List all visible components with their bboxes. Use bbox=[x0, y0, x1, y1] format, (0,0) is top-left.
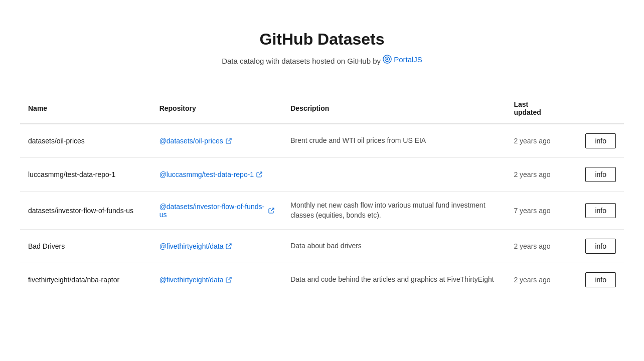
subtitle-text: Data catalog with datasets hosted on Git… bbox=[222, 57, 381, 65]
repo-link[interactable]: @datasets/oil-prices bbox=[159, 137, 232, 145]
repo-link[interactable]: @luccasmmg/test-data-repo-1 bbox=[159, 170, 263, 178]
table-row: datasets/investor-flow-of-funds-us@datas… bbox=[20, 192, 624, 230]
svg-line-6 bbox=[229, 244, 232, 247]
repo-link[interactable]: @fivethirtyeight/data bbox=[159, 276, 232, 284]
svg-point-2 bbox=[386, 58, 388, 60]
cell-description: Monthly net new cash flow into various m… bbox=[282, 192, 506, 230]
table-body: datasets/oil-prices@datasets/oil-pricesB… bbox=[20, 124, 624, 296]
cell-name: datasets/investor-flow-of-funds-us bbox=[20, 192, 151, 230]
cell-last-updated: 2 years ago bbox=[506, 124, 577, 158]
info-button[interactable]: info bbox=[585, 272, 616, 287]
time-text: 2 years ago bbox=[514, 276, 550, 284]
page-header: GitHub Datasets Data catalog with datase… bbox=[20, 30, 624, 65]
cell-last-updated: 2 years ago bbox=[506, 230, 577, 263]
col-header-action bbox=[577, 95, 624, 124]
cell-repository: @datasets/oil-prices bbox=[151, 124, 283, 158]
cell-repository: @fivethirtyeight/data bbox=[151, 263, 283, 297]
col-header-description: Description bbox=[282, 95, 506, 124]
col-header-repository: Repository bbox=[151, 95, 283, 124]
table-row: fivethirtyeight/data/nba-raptor@fivethir… bbox=[20, 263, 624, 297]
cell-action: info bbox=[577, 230, 624, 263]
table-row: datasets/oil-prices@datasets/oil-pricesB… bbox=[20, 124, 624, 158]
external-link-icon bbox=[226, 138, 232, 144]
svg-line-4 bbox=[259, 172, 262, 175]
svg-line-5 bbox=[271, 208, 274, 211]
table-row: Bad Drivers@fivethirtyeight/dataData abo… bbox=[20, 230, 624, 263]
external-link-icon bbox=[226, 243, 232, 249]
datasets-table-container: Name Repository Description Lastupdated … bbox=[20, 95, 624, 296]
portaljs-icon bbox=[383, 55, 392, 64]
cell-description: Brent crude and WTI oil prices from US E… bbox=[282, 124, 506, 158]
time-text: 2 years ago bbox=[514, 242, 550, 250]
cell-description bbox=[282, 158, 506, 192]
description-text: Monthly net new cash flow into various m… bbox=[290, 201, 485, 219]
page-wrapper: GitHub Datasets Data catalog with datase… bbox=[0, 0, 644, 316]
cell-description: Data and code behind the articles and gr… bbox=[282, 263, 506, 297]
info-button[interactable]: info bbox=[585, 133, 616, 148]
external-link-icon bbox=[226, 277, 232, 283]
col-header-name: Name bbox=[20, 95, 151, 124]
col-header-last-updated: Lastupdated bbox=[506, 95, 577, 124]
external-link-icon bbox=[256, 171, 262, 177]
cell-action: info bbox=[577, 263, 624, 297]
description-text: Data and code behind the articles and gr… bbox=[290, 275, 494, 283]
portaljs-link[interactable]: PortalJS bbox=[383, 55, 422, 64]
cell-name: Bad Drivers bbox=[20, 230, 151, 263]
time-text: 2 years ago bbox=[514, 170, 550, 178]
cell-description: Data about bad drivers bbox=[282, 230, 506, 263]
svg-line-3 bbox=[228, 138, 231, 141]
cell-repository: @datasets/investor-flow-of-funds-us bbox=[151, 192, 283, 230]
time-text: 7 years ago bbox=[514, 207, 550, 215]
table-row: luccasmmg/test-data-repo-1@luccasmmg/tes… bbox=[20, 158, 624, 192]
info-button[interactable]: info bbox=[585, 239, 616, 254]
cell-name: fivethirtyeight/data/nba-raptor bbox=[20, 263, 151, 297]
cell-last-updated: 2 years ago bbox=[506, 158, 577, 192]
cell-name: luccasmmg/test-data-repo-1 bbox=[20, 158, 151, 192]
cell-repository: @fivethirtyeight/data bbox=[151, 230, 283, 263]
time-text: 2 years ago bbox=[514, 137, 550, 145]
cell-last-updated: 7 years ago bbox=[506, 192, 577, 230]
cell-name: datasets/oil-prices bbox=[20, 124, 151, 158]
datasets-table: Name Repository Description Lastupdated … bbox=[20, 95, 624, 296]
info-button[interactable]: info bbox=[585, 167, 616, 182]
subtitle: Data catalog with datasets hosted on Git… bbox=[20, 55, 624, 65]
repo-link[interactable]: @fivethirtyeight/data bbox=[159, 242, 232, 250]
info-button[interactable]: info bbox=[585, 203, 616, 218]
description-text: Data about bad drivers bbox=[290, 242, 362, 250]
description-text: Brent crude and WTI oil prices from US E… bbox=[290, 136, 426, 144]
cell-action: info bbox=[577, 124, 624, 158]
cell-action: info bbox=[577, 192, 624, 230]
cell-repository: @luccasmmg/test-data-repo-1 bbox=[151, 158, 283, 192]
cell-action: info bbox=[577, 158, 624, 192]
repo-link[interactable]: @datasets/investor-flow-of-funds-us bbox=[159, 203, 275, 219]
page-title: GitHub Datasets bbox=[20, 30, 624, 49]
cell-last-updated: 2 years ago bbox=[506, 263, 577, 297]
portaljs-label: PortalJS bbox=[394, 55, 422, 64]
table-header: Name Repository Description Lastupdated bbox=[20, 95, 624, 124]
external-link-icon bbox=[268, 208, 274, 214]
svg-line-7 bbox=[229, 277, 232, 280]
